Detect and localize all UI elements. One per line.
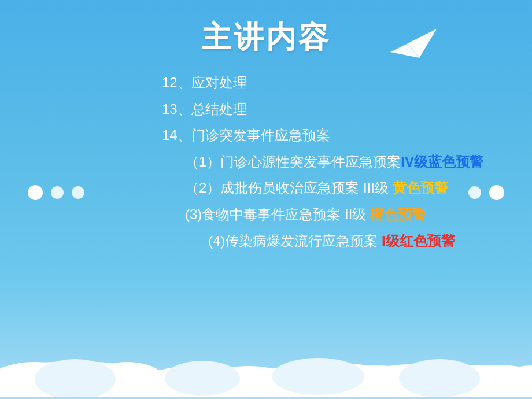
dot-active [28, 185, 43, 200]
item-prefix: (3)食物中毒事件应急预案 II级 [185, 206, 370, 222]
list-item: (3)食物中毒事件应急预案 II级 橙色预警 [162, 201, 532, 228]
item-prefix: (4)传染病爆发流行应急预案 [208, 233, 382, 249]
svg-point-21 [272, 358, 364, 395]
right-dot-group [468, 185, 504, 200]
level-badge-yellow: 黄色预警 [393, 180, 448, 195]
content-area: 12、应对处理 13、总结处理 14、门诊突发事件应急预案 （1）门诊心源性突发… [0, 58, 532, 254]
list-item: 14、门诊突发事件应急预案 [162, 122, 532, 149]
level-badge-red: I级红色预警 [382, 233, 455, 249]
page-title: 主讲内容 [0, 0, 532, 58]
item-prefix: （2）成批伤员收治应急预案 III级 [185, 180, 393, 195]
dot-inactive [72, 186, 84, 199]
svg-point-20 [165, 361, 240, 396]
list-item: （1）门诊心源性突发事件应急预案IV级蓝色预警 [162, 149, 532, 175]
dot-inactive [468, 186, 481, 199]
dot-inactive [51, 186, 64, 199]
level-badge-orange: 橙色预警 [370, 206, 426, 222]
left-dot-group [28, 185, 84, 200]
svg-point-22 [399, 359, 480, 397]
cloud-decoration [0, 304, 532, 399]
level-badge-blue: IV级蓝色预警 [401, 154, 483, 169]
list-item: (4)传染病爆发流行应急预案 I级红色预警 [162, 228, 532, 254]
paper-plane-icon [390, 17, 437, 58]
list-item: 12、应对处理 [162, 69, 532, 96]
item-prefix: （1）门诊心源性突发事件应急预案 [185, 154, 401, 169]
dot-active [489, 185, 504, 200]
list-item: 13、总结处理 [162, 96, 532, 123]
